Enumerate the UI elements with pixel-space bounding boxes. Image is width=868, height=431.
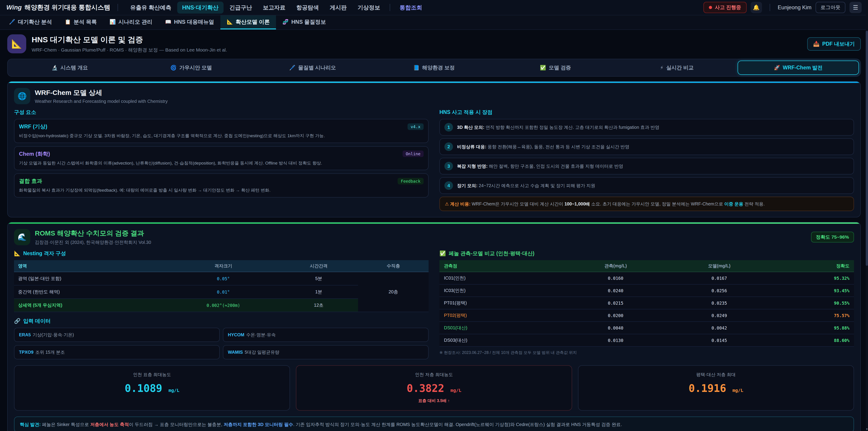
component-name: 결합 효과 <box>19 177 42 185</box>
subtab-scenario-management[interactable]: 📊 시나리오 관리 <box>103 16 159 29</box>
number-badge: 3 <box>444 162 453 171</box>
table-row: DS01(대산) 0.0040 0.0042 95.88% <box>439 321 854 334</box>
wrf-panel-header: 🌐 WRF-Chem 모델 상세 Weather Research and Fo… <box>14 88 854 104</box>
nav-weather-info[interactable]: 기상정보 <box>352 2 385 13</box>
phenol-comparison-column: ✅ 페놀 관측-모델 비교 (인천·평택·대산) 관측점 관측(mg/L) 모델… <box>439 250 854 359</box>
lightning-icon: ⚡ <box>660 65 663 71</box>
roms-panel-header: 🌊 ROMS 해양확산 수치모의 검증 결과 김창겸·이문진 외 (2024),… <box>14 229 854 245</box>
nav-integrated-search[interactable]: 통합조회 <box>395 2 427 13</box>
component-card-chem: Chem (화학) Online 기상 모델과 동일한 시간 스텝에서 화학종의… <box>14 146 429 171</box>
status-dot <box>709 6 712 9</box>
number-badge: 2 <box>444 143 453 151</box>
input-data-chips: ERA5기상(기압·풍속·기온) HYCOM수온·염분·유속 TPXO9조위 1… <box>14 328 429 359</box>
subtab-hns-response-manual[interactable]: 📖 HNS 대응매뉴얼 <box>159 16 220 29</box>
triangle-ruler-icon: 📐 <box>227 19 233 25</box>
scrollbar-down-arrow[interactable]: ▼ <box>866 428 868 430</box>
wrf-panel-subtitle: Weather Research and Forecasting model c… <box>35 99 168 104</box>
nav-reports[interactable]: 보고자료 <box>258 2 290 13</box>
app-title: 해양환경 위기대응 통합시스템 <box>24 3 110 12</box>
subtab-analysis-list[interactable]: 📋 분석 목록 <box>58 16 103 29</box>
tab-realtime-comparison[interactable]: ⚡ 실시간 비교 <box>616 61 738 75</box>
tab-marine-correction[interactable]: 📘 해양환경 보정 <box>373 61 495 75</box>
metric-incheon-surface: 인천 표층 최대농도 0.1089 mg/L <box>14 365 290 411</box>
triangle-ruler-icon: 📐 <box>11 39 22 49</box>
advantages-label: HNS 사고 적용 시 장점 <box>439 109 854 116</box>
nav-hns-atmospheric[interactable]: HNS·대기확산 <box>177 2 223 13</box>
hamburger-icon: ☰ <box>853 4 858 11</box>
section-tabs: 🔬 시스템 개요 🌀 가우시안 모델 🖊️ 물질별 시나리오 📘 해양환경 보정… <box>7 59 861 76</box>
table-row-warning: PT02(평택) 0.0200 0.0249 75.57% <box>439 309 854 321</box>
input-chip-wamis: WAMIS5대강 일평균유량 <box>223 345 429 359</box>
key-finding-note: 핵심 발견: 페놀은 Sinker 특성으로 저층에서 농도 축적이 두드러짐 … <box>14 417 854 431</box>
scrollbar-thumb[interactable] <box>866 31 868 266</box>
divider <box>390 4 390 11</box>
phenol-table-label: ✅ 페놀 관측-모델 비교 (인천·평택·대산) <box>439 250 854 257</box>
advantage-item: 2 비정상류 대응: 풍향 전환(해풍↔육풍), 돌풍, 전선 통과 등 시변 … <box>439 138 854 155</box>
page-title-block: HNS 대기확산 모델 이론 및 검증 WRF-Chem · Gaussian … <box>32 35 227 53</box>
wrf-advantages-column: HNS 사고 적용 시 장점 1 3D 확산 모의: 연직 방향 확산까지 포함… <box>439 109 854 211</box>
check-icon: ✅ <box>540 65 546 71</box>
roms-validation-panel: 🌊 ROMS 해양확산 수치모의 검증 결과 김창겸·이문진 외 (2024),… <box>7 222 861 431</box>
nesting-grid-table: 영역 격자크기 시간간격 수직층 광역 (일본·대만 포함) 0.05° 5분 … <box>14 260 429 312</box>
book-icon: 📖 <box>165 19 171 25</box>
component-desc: 비정수압(non-hydrostatic) 중규모 기상 모델. 3차원 바람장… <box>19 133 424 139</box>
app-logo: Wing 해양환경 위기대응 통합시스템 <box>6 3 110 12</box>
page-scrollbar[interactable]: ▼ <box>866 0 868 431</box>
nav-oil-spill[interactable]: 유출유 확산예측 <box>125 2 176 13</box>
advantage-text: 3D 확산 모의: 연직 방향 확산까지 포함한 정밀 농도장 계산. 고층 대… <box>457 124 659 130</box>
subtab-diffusion-model-theory[interactable]: 📐 확산모델 이론 <box>220 16 276 29</box>
accuracy-badge: 정확도 75~96% <box>811 232 854 243</box>
ocean-wave-icon: 🌊 <box>14 229 30 245</box>
pen-icon: 🖊️ <box>9 19 15 25</box>
microscope-icon: 🔬 <box>52 65 58 71</box>
table-header-row: 관측점 관측(mg/L) 모델(mg/L) 정확도 <box>439 260 854 272</box>
table-row: DS03(대산) 0.0130 0.0145 88.60% <box>439 334 854 346</box>
nav-emergency-rescue[interactable]: 긴급구난 <box>224 2 257 13</box>
wrf-chem-detail-panel: 🌐 WRF-Chem 모델 상세 Weather Research and Fo… <box>7 81 861 217</box>
tab-system-overview[interactable]: 🔬 시스템 개요 <box>9 61 130 75</box>
subtab-atmospheric-analysis[interactable]: 🖊️ 대기확산 분석 <box>3 16 58 29</box>
tab-gaussian-model[interactable]: 🌀 가우시안 모델 <box>130 61 252 75</box>
logout-button[interactable]: 로그아웃 <box>815 2 845 13</box>
nav-aerial-search[interactable]: 항공탐색 <box>291 2 324 13</box>
nesting-column: 📐 Nesting 격자 구성 영역 격자크기 시간간격 수직층 광역 (일본·… <box>14 250 429 359</box>
vertical-layers-cell: 20층 <box>358 272 429 312</box>
cyclone-icon: 🌀 <box>170 65 177 71</box>
notification-bell-button[interactable]: 🔔 <box>751 2 762 13</box>
advantage-item: 3 복잡 지형 반영: 해안 절벽, 항만 구조물, 인접 도시의 건물 효과를… <box>439 158 854 175</box>
tab-model-validation[interactable]: ✅ 모델 검증 <box>495 61 616 75</box>
main-nav: 유출유 확산예측 HNS·대기확산 긴급구난 보고자료 항공탐색 게시판 기상정… <box>125 2 427 13</box>
nav-board[interactable]: 게시판 <box>325 2 352 13</box>
number-badge: 4 <box>444 181 453 190</box>
dna-icon: 🧬 <box>282 19 288 25</box>
phenol-comparison-table: 관측점 관측(mg/L) 모델(mg/L) 정확도 IC01(인천) 0.016… <box>439 260 854 347</box>
blue-book-icon: 📘 <box>413 65 419 71</box>
hamburger-menu-button[interactable]: ☰ <box>849 2 862 13</box>
table-row: 광역 (일본·대만 포함) 0.05° 5분 20층 <box>14 272 429 285</box>
subtab-hns-substance-info[interactable]: 🧬 HNS 물질정보 <box>276 16 332 29</box>
tab-wrf-chem-future[interactable]: 🚀 WRF-Chem 발전 <box>738 61 859 75</box>
divider <box>770 4 770 11</box>
input-chip-tpxo9: TPXO9조위 15개 분조 <box>14 345 220 359</box>
component-card-wrf: WRF (기상) v4.x 비정수압(non-hydrostatic) 중규모 … <box>14 119 429 143</box>
chart-icon: 📊 <box>110 19 116 25</box>
advantage-text: 장기 모의: 24~72시간 예측으로 사고 수습 계획 및 장기 피해 평가 … <box>457 182 595 189</box>
component-name: WRF (기상) <box>19 123 47 130</box>
metric-pyeongtaek-daesan-bottom: 평택·대산 저층 최대 0.1916 mg/L <box>578 365 854 411</box>
incident-in-progress-badge[interactable]: 사고 진행중 <box>704 2 746 13</box>
input-chip-era5: ERA5기상(기압·풍속·기온) <box>14 328 220 342</box>
check-icon: ✅ <box>439 250 446 256</box>
triangle-ruler-icon: 📐 <box>14 250 21 256</box>
pdf-export-button[interactable]: 📥 PDF 내보내기 <box>807 37 861 51</box>
metric-comparison-note: 표층 대비 3.5배 ↑ <box>301 398 567 403</box>
component-desc: 기상 모델과 동일한 시간 스텝에서 화학종의 이류(advection), 난… <box>19 160 424 166</box>
bell-icon: 🔔 <box>753 4 760 11</box>
page-subtitle: WRF-Chem · Gaussian Plume/Puff · ROMS · … <box>32 47 227 53</box>
component-card-coupling: 결합 효과 Feedback 화학물질의 복사 효과가 기상장에 되먹임(fee… <box>14 173 429 197</box>
component-name: Chem (화학) <box>19 150 50 157</box>
tab-substance-scenarios[interactable]: 🖊️ 물질별 시나리오 <box>252 61 373 75</box>
component-desc: 화학물질의 복사 효과가 기상장에 되먹임(feedback). 예: 대량의 … <box>19 187 424 193</box>
advantage-item: 1 3D 확산 모의: 연직 방향 확산까지 포함한 정밀 농도장 계산. 고층… <box>439 119 854 135</box>
wrf-panel-title: WRF-Chem 모델 상세 <box>35 88 168 97</box>
online-badge: Online <box>403 151 424 157</box>
